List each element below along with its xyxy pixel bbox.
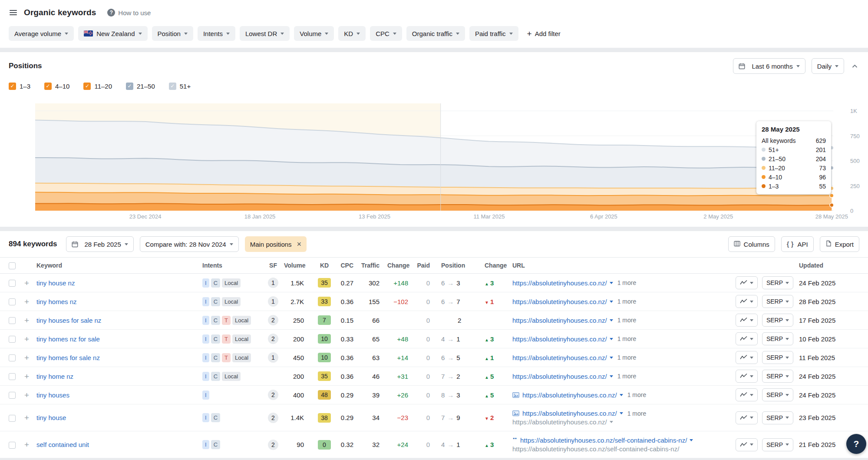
more-urls-link[interactable]: 1 more: [617, 298, 637, 305]
url-dropdown-icon[interactable]: [610, 421, 613, 423]
position-history-button[interactable]: [736, 438, 758, 451]
row-checkbox[interactable]: [9, 336, 16, 343]
column-header-intents[interactable]: Intents: [202, 262, 222, 269]
legend-item-4-10[interactable]: ✓4–10: [44, 83, 69, 90]
add-to-list-icon[interactable]: +: [24, 278, 29, 288]
more-urls-link[interactable]: 1 more: [617, 373, 637, 380]
serp-button[interactable]: SERP: [762, 388, 793, 401]
columns-button[interactable]: Columns: [728, 236, 775, 252]
url-link[interactable]: https://absolutetinyhouses.co.nz/: [512, 354, 607, 361]
column-header-url[interactable]: URL: [512, 262, 525, 269]
keyword-link[interactable]: tiny homes nz: [36, 298, 77, 305]
filter-chip-intents[interactable]: Intents: [198, 26, 235, 41]
serp-features-count[interactable]: 2: [268, 390, 278, 400]
url-link[interactable]: https://absolutetinyhouses.co.nz/: [512, 335, 607, 343]
add-to-list-icon[interactable]: +: [24, 372, 29, 381]
legend-item-51+[interactable]: ✓51+: [169, 83, 191, 90]
add-to-list-icon[interactable]: +: [24, 413, 29, 422]
remove-filter-icon[interactable]: ×: [297, 240, 302, 248]
column-header-paid[interactable]: Paid: [417, 262, 430, 269]
serp-features-count[interactable]: 1: [268, 352, 278, 363]
row-checkbox[interactable]: [9, 354, 16, 361]
serp-features-count[interactable]: 2: [268, 334, 278, 344]
position-history-button[interactable]: [736, 314, 758, 327]
serp-features-count[interactable]: 1: [268, 296, 278, 307]
keyword-link[interactable]: self contained unit: [36, 441, 89, 448]
row-checkbox[interactable]: [9, 415, 16, 422]
filter-chip-average-volume[interactable]: Average volume: [9, 26, 74, 41]
positions-chart[interactable]: 23 Dec 202418 Jan 202513 Feb 202511 Mar …: [0, 103, 868, 224]
position-history-button[interactable]: [736, 370, 758, 383]
more-urls-link[interactable]: 1 more: [617, 335, 637, 342]
add-to-list-icon[interactable]: +: [24, 297, 29, 306]
more-urls-link[interactable]: 1 more: [627, 391, 647, 398]
column-header-traffic[interactable]: Traffic: [361, 262, 380, 269]
url-dropdown-icon[interactable]: [610, 301, 613, 303]
serp-button[interactable]: SERP: [762, 351, 793, 364]
export-button[interactable]: Export: [820, 236, 859, 252]
url-dropdown-icon[interactable]: [690, 439, 693, 441]
filter-chip-organic-traffic[interactable]: Organic traffic: [406, 26, 465, 41]
keyword-link[interactable]: tiny house: [36, 414, 66, 421]
legend-item-1-3[interactable]: ✓1–3: [9, 83, 30, 90]
url-dropdown-icon[interactable]: [620, 412, 623, 414]
row-checkbox[interactable]: [9, 373, 16, 380]
report-date-button[interactable]: 28 Feb 2025: [66, 236, 134, 252]
position-history-button[interactable]: [736, 351, 758, 364]
how-to-use-link[interactable]: ? How to use: [107, 9, 151, 17]
column-header-kd[interactable]: KD: [320, 262, 329, 269]
more-urls-link[interactable]: 1 more: [617, 317, 637, 324]
url-link[interactable]: https://absolutetinyhouses.co.nz/: [522, 391, 617, 399]
collapse-chart-button[interactable]: [850, 61, 859, 71]
position-history-button[interactable]: [736, 276, 758, 289]
serp-button[interactable]: SERP: [762, 411, 793, 424]
granularity-button[interactable]: Daily: [812, 58, 844, 74]
filter-chip-cpc[interactable]: CPC: [370, 26, 402, 41]
add-to-list-icon[interactable]: +: [24, 334, 29, 344]
row-checkbox[interactable]: [9, 317, 16, 324]
keyword-link[interactable]: tiny homes for sale nz: [36, 354, 100, 361]
url-dropdown-icon[interactable]: [610, 375, 613, 377]
position-history-button[interactable]: [736, 332, 758, 345]
more-urls-link[interactable]: 1 more: [617, 354, 637, 361]
serp-button[interactable]: SERP: [762, 276, 793, 289]
serp-button[interactable]: SERP: [762, 332, 793, 345]
serp-features-count[interactable]: 2: [268, 413, 278, 423]
serp-features-count[interactable]: 2: [268, 440, 278, 450]
position-history-button[interactable]: [736, 411, 758, 424]
column-header-updated[interactable]: Updated: [799, 262, 823, 269]
serp-features-count[interactable]: 2: [268, 315, 278, 325]
position-history-button[interactable]: [736, 295, 758, 308]
compare-date-button[interactable]: Compare with: 28 Nov 2024: [140, 236, 239, 252]
filter-chip-paid-traffic[interactable]: Paid traffic: [469, 26, 518, 41]
api-button[interactable]: { } API: [781, 236, 814, 252]
filter-chip-position[interactable]: Position: [152, 26, 193, 41]
add-to-list-icon[interactable]: +: [24, 316, 29, 325]
select-all-checkbox[interactable]: [9, 262, 16, 269]
keyword-link[interactable]: tiny house nz: [36, 279, 75, 287]
filter-chip-kd[interactable]: KD: [338, 26, 366, 41]
add-to-list-icon[interactable]: +: [24, 440, 29, 449]
more-urls-link[interactable]: 1 more: [627, 410, 647, 417]
row-checkbox[interactable]: [9, 280, 16, 287]
column-header-change[interactable]: Change: [485, 262, 507, 269]
add-filter-button[interactable]: +Add filter: [523, 26, 565, 41]
url-link[interactable]: https://absolutetinyhouses.co.nz/: [522, 410, 617, 417]
filter-chip-volume[interactable]: Volume: [294, 26, 334, 41]
keyword-link[interactable]: tiny houses: [36, 391, 69, 399]
keyword-link[interactable]: tiny home nz: [36, 373, 73, 380]
add-to-list-icon[interactable]: +: [24, 391, 29, 400]
menu-icon[interactable]: [9, 8, 18, 17]
url-dropdown-icon[interactable]: [610, 319, 613, 321]
filter-chip-new-zealand[interactable]: New Zealand: [78, 26, 147, 41]
url-link[interactable]: https://absolutetinyhouses.co.nz/: [512, 298, 607, 305]
keyword-link[interactable]: tiny houses for sale nz: [36, 317, 101, 324]
position-history-button[interactable]: [736, 388, 758, 401]
column-header-position[interactable]: Position: [441, 262, 465, 269]
row-checkbox[interactable]: [9, 442, 16, 449]
serp-button[interactable]: SERP: [762, 314, 793, 327]
more-urls-link[interactable]: 1 more: [617, 279, 637, 286]
main-positions-filter-chip[interactable]: Main positions ×: [245, 236, 307, 252]
column-header-cpc[interactable]: CPC: [340, 262, 353, 269]
serp-button[interactable]: SERP: [762, 295, 793, 308]
